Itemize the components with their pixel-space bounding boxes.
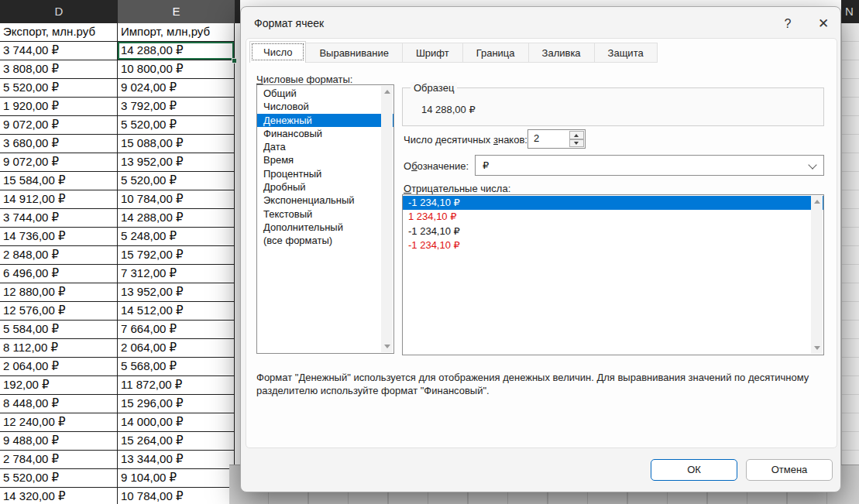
cell-import-header[interactable]: Импорт, млн,руб xyxy=(118,23,235,42)
sheet-cell[interactable]: 5 520,00 ₽ xyxy=(0,469,118,488)
sheet-row: 9 072,00 ₽5 520,00 ₽ xyxy=(0,116,235,135)
format-category-item[interactable]: Финансовый xyxy=(257,127,393,140)
format-category-item[interactable]: Дата xyxy=(257,140,393,153)
sheet-cell[interactable]: 15 584,00 ₽ xyxy=(0,172,118,190)
tab-5[interactable]: Заливка xyxy=(529,43,595,63)
sheet-cell[interactable]: 5 248,00 ₽ xyxy=(118,228,235,246)
sheet-cell[interactable]: 7 312,00 ₽ xyxy=(118,265,235,283)
format-category-item[interactable]: (все форматы) xyxy=(257,234,393,247)
format-category-item[interactable]: Общий xyxy=(257,87,393,100)
sheet-cell[interactable]: 1 920,00 ₽ xyxy=(0,98,118,116)
sheet-cell[interactable]: 5 520,00 ₽ xyxy=(0,79,118,98)
negative-format-item[interactable]: -1 234,10 ₽ xyxy=(403,225,823,238)
dialog-titlebar[interactable]: Формат ячеек ? ✕ xyxy=(241,7,840,39)
column-header-e[interactable]: E xyxy=(118,0,235,23)
sheet-cell[interactable]: 15 264,00 ₽ xyxy=(118,432,235,451)
sheet-cell[interactable]: 14 912,00 ₽ xyxy=(0,190,118,209)
sheet-cell[interactable]: 2 064,00 ₽ xyxy=(118,339,235,358)
column-header-n[interactable]: N xyxy=(841,0,859,23)
sheet-cell[interactable]: 7 664,00 ₽ xyxy=(118,321,235,339)
decimals-stepper[interactable]: 2 xyxy=(527,129,586,149)
negative-format-item[interactable]: 1 234,10 ₽ xyxy=(403,210,823,224)
sheet-cell[interactable]: 12 880,00 ₽ xyxy=(0,283,118,302)
sheet-cell[interactable]: 14 288,00 ₽ xyxy=(118,209,235,228)
sheet-cell[interactable]: 3 680,00 ₽ xyxy=(0,135,118,153)
sheet-cell[interactable]: 9 488,00 ₽ xyxy=(0,432,118,451)
close-icon[interactable]: ✕ xyxy=(811,15,836,33)
scroll-down-icon[interactable] xyxy=(381,341,393,352)
sheet-cell[interactable]: 13 344,00 ₽ xyxy=(118,451,235,469)
format-category-item[interactable]: Процентный xyxy=(257,167,393,180)
sheet-cell[interactable]: 15 088,00 ₽ xyxy=(118,135,235,153)
format-category-item[interactable]: Дополнительный xyxy=(257,221,393,234)
sheet-cell[interactable]: 10 784,00 ₽ xyxy=(118,488,235,504)
sheet-cell[interactable]: 2 784,00 ₽ xyxy=(0,451,118,469)
sheet-row: 6 496,00 ₽7 312,00 ₽ xyxy=(0,265,235,283)
tab-4[interactable]: Граница xyxy=(463,43,529,63)
format-category-item[interactable]: Текстовый xyxy=(257,207,393,221)
help-icon[interactable]: ? xyxy=(775,15,800,33)
tab-2[interactable]: Выравнивание xyxy=(306,43,402,63)
scrollbar[interactable] xyxy=(381,86,393,352)
sheet-cell[interactable]: 5 568,00 ₽ xyxy=(118,358,235,376)
format-category-item[interactable]: Время xyxy=(257,153,393,166)
sheet-cell[interactable]: 8 112,00 ₽ xyxy=(0,339,118,358)
sheet-cell[interactable]: 2 848,00 ₽ xyxy=(0,246,118,265)
sheet-cell[interactable]: 14 736,00 ₽ xyxy=(0,228,118,246)
sheet-cell[interactable]: 13 952,00 ₽ xyxy=(118,153,235,172)
tab-6[interactable]: Защита xyxy=(595,43,658,63)
sheet-cell[interactable]: 9 024,00 ₽ xyxy=(118,79,235,98)
sheet-cell[interactable]: 3 808,00 ₽ xyxy=(0,60,118,79)
right-columns-strip: N xyxy=(841,0,859,504)
scroll-up-icon[interactable] xyxy=(811,196,823,207)
sheet-cell[interactable]: 9 104,00 ₽ xyxy=(118,469,235,488)
scroll-up-icon[interactable] xyxy=(381,86,393,98)
sheet-cell[interactable]: 12 240,00 ₽ xyxy=(0,413,118,432)
empty-cells-right xyxy=(841,23,859,504)
sheet-cell[interactable]: 9 072,00 ₽ xyxy=(0,116,118,135)
sheet-cell[interactable]: 10 800,00 ₽ xyxy=(118,60,235,79)
spin-up-icon[interactable] xyxy=(569,131,584,139)
negative-format-item[interactable]: -1 234,10 ₽ xyxy=(403,196,823,210)
sheet-cell[interactable]: 14 320,00 ₽ xyxy=(0,488,118,504)
sheet-cell[interactable]: 9 072,00 ₽ xyxy=(0,153,118,172)
tab-1[interactable]: Число xyxy=(249,41,306,63)
scrollbar[interactable] xyxy=(811,196,823,354)
negative-format-item[interactable]: -1 234,10 ₽ xyxy=(403,238,823,252)
sheet-cell[interactable]: 192,00 ₽ xyxy=(0,376,118,395)
sheet-cell[interactable]: 3 744,00 ₽ xyxy=(0,209,118,228)
sheet-cell[interactable]: 15 792,00 ₽ xyxy=(118,246,235,265)
tab-3[interactable]: Шрифт xyxy=(403,43,463,63)
sheet-cell-selected[interactable]: 14 288,00 ₽ xyxy=(118,42,235,60)
sheet-cell[interactable]: 12 576,00 ₽ xyxy=(0,302,118,321)
sheet-cell[interactable]: 6 496,00 ₽ xyxy=(0,265,118,283)
symbol-dropdown[interactable]: ₽ xyxy=(475,155,824,176)
sheet-cell[interactable]: 14 512,00 ₽ xyxy=(118,302,235,321)
sheet-cell[interactable]: 13 952,00 ₽ xyxy=(118,283,235,302)
sheet-cell[interactable]: 14 000,00 ₽ xyxy=(118,413,235,432)
sheet-row: 3 680,00 ₽15 088,00 ₽ xyxy=(0,135,235,153)
column-header-d[interactable]: D xyxy=(0,0,118,23)
fill-handle[interactable] xyxy=(232,58,237,63)
sheet-cell[interactable]: 3 744,00 ₽ xyxy=(0,42,118,60)
sheet-cell[interactable]: 5 520,00 ₽ xyxy=(118,172,235,190)
cancel-button[interactable]: Отмена xyxy=(746,459,833,481)
format-category-item[interactable]: Денежный xyxy=(257,114,393,127)
sheet-cell[interactable]: 5 520,00 ₽ xyxy=(118,116,235,135)
sheet-cell[interactable]: 11 872,00 ₽ xyxy=(118,376,235,395)
format-cells-dialog: Формат ячеек ? ✕ ЧислоВыравниваниеШрифтГ… xyxy=(240,6,841,492)
scroll-down-icon[interactable] xyxy=(811,342,823,354)
sheet-cell[interactable]: 5 584,00 ₽ xyxy=(0,321,118,339)
format-category-item[interactable]: Экспоненциальный xyxy=(257,194,393,207)
format-category-item[interactable]: Числовой xyxy=(257,100,393,113)
sheet-cell[interactable]: 2 064,00 ₽ xyxy=(0,358,118,376)
sheet-cell[interactable]: 10 784,00 ₽ xyxy=(118,190,235,209)
ok-button[interactable]: ОК xyxy=(651,459,737,481)
cell-export-header[interactable]: Экспорт, млн.руб xyxy=(0,23,118,42)
sheet-cell[interactable]: 3 792,00 ₽ xyxy=(118,98,235,116)
sheet-cell[interactable]: 15 296,00 ₽ xyxy=(118,395,235,413)
sheet-row: 8 112,00 ₽2 064,00 ₽ xyxy=(0,339,235,358)
sheet-cell[interactable]: 8 448,00 ₽ xyxy=(0,395,118,413)
format-category-item[interactable]: Дробный xyxy=(257,180,393,194)
spin-down-icon[interactable] xyxy=(569,139,584,148)
